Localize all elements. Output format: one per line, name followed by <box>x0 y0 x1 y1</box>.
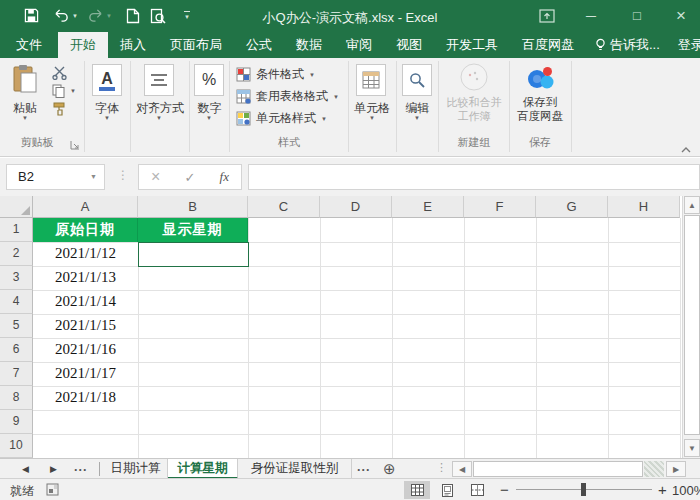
sheet-nav-left-icon[interactable]: ◀ <box>22 459 29 479</box>
row-header-7[interactable]: 7 <box>0 362 33 386</box>
scroll-up-icon[interactable]: ▲ <box>684 196 700 214</box>
paste-button[interactable] <box>12 64 38 98</box>
cut-icon[interactable] <box>52 66 69 84</box>
zoom-out-icon[interactable]: − <box>500 481 509 498</box>
column-header-F[interactable]: F <box>464 196 536 218</box>
column-header-E[interactable]: E <box>392 196 464 218</box>
cell-styles-button[interactable]: 单元格样式 ▼ <box>236 110 327 127</box>
column-header-C[interactable]: C <box>248 196 320 218</box>
clipboard-dialog-launcher-icon[interactable] <box>70 136 80 154</box>
cell-A6[interactable]: 2021/1/16 <box>33 338 138 362</box>
cell-A8[interactable]: 2021/1/18 <box>33 386 138 410</box>
hscroll-right-icon[interactable]: ▶ <box>666 461 686 477</box>
vertical-scrollbar[interactable]: ▲ ▼ <box>682 196 700 458</box>
tell-me-box[interactable]: 告诉我... <box>586 32 669 58</box>
cell-A2[interactable]: 2021/1/12 <box>33 242 138 266</box>
column-header-G[interactable]: G <box>536 196 608 218</box>
cancel-icon[interactable]: × <box>151 168 160 186</box>
formula-input[interactable] <box>248 164 700 190</box>
scroll-down-icon[interactable]: ▼ <box>684 439 700 457</box>
copy-icon[interactable] <box>52 84 66 102</box>
column-header-D[interactable]: D <box>320 196 392 218</box>
collapse-ribbon-icon[interactable] <box>680 140 692 158</box>
copy-dropdown-icon[interactable]: ▼ <box>70 88 76 94</box>
sign-in-link[interactable]: 登录 <box>669 32 700 58</box>
zoom-in-icon[interactable]: + <box>658 481 667 498</box>
row-header-4[interactable]: 4 <box>0 290 33 314</box>
cell-A4[interactable]: 2021/1/14 <box>33 290 138 314</box>
row-header-6[interactable]: 6 <box>0 338 33 362</box>
row-header-5[interactable]: 5 <box>0 314 33 338</box>
select-all-corner[interactable] <box>0 196 33 218</box>
hscroll-track[interactable] <box>644 461 664 477</box>
cell-A1[interactable]: 原始日期 <box>33 218 138 242</box>
sheet-tab-weekday-calc[interactable]: 计算星期 <box>168 459 238 479</box>
page-break-view-button[interactable] <box>464 481 490 499</box>
maximize-button[interactable]: □ <box>622 0 652 32</box>
tab-review[interactable]: 审阅 <box>334 32 384 58</box>
tab-page-layout[interactable]: 页面布局 <box>158 32 234 58</box>
tab-file[interactable]: 文件 <box>0 32 58 58</box>
baidu-save-label-line2[interactable]: 百度网盘 <box>510 109 570 124</box>
number-button[interactable]: % <box>194 64 224 96</box>
horizontal-scroll-thumb[interactable] <box>473 461 643 477</box>
cell-A7[interactable]: 2021/1/17 <box>33 362 138 386</box>
conditional-format-button[interactable]: 条件格式 ▼ <box>236 66 315 83</box>
row-header-1[interactable]: 1 <box>0 218 33 242</box>
row-header-2[interactable]: 2 <box>0 242 33 266</box>
zoom-level[interactable]: 100% <box>672 483 700 498</box>
page-layout-view-button[interactable] <box>434 481 460 499</box>
tab-insert[interactable]: 插入 <box>108 32 158 58</box>
normal-view-button[interactable] <box>404 481 430 499</box>
tab-developer[interactable]: 开发工具 <box>434 32 510 58</box>
macro-record-icon[interactable] <box>46 483 59 499</box>
row-header-3[interactable]: 3 <box>0 266 33 290</box>
column-header-H[interactable]: H <box>608 196 680 218</box>
row-header-9[interactable]: 9 <box>0 410 33 434</box>
minimize-button[interactable]: ─ <box>576 0 606 32</box>
vertical-scroll-thumb[interactable] <box>684 215 700 435</box>
cells-button[interactable] <box>356 64 386 96</box>
ribbon-display-options-icon[interactable] <box>532 0 562 32</box>
format-as-table-button[interactable]: 套用表格格式 ▼ <box>236 88 339 105</box>
cells-dropdown-icon[interactable]: ▼ <box>369 115 375 121</box>
close-button[interactable]: × <box>666 0 696 32</box>
row-header-10[interactable]: 10 <box>0 434 33 458</box>
format-painter-icon[interactable] <box>52 102 67 121</box>
baidu-save-label-line1[interactable]: 保存到 <box>510 95 570 110</box>
column-header-A[interactable]: A <box>33 196 138 218</box>
column-header-B[interactable]: B <box>138 196 248 218</box>
alignment-dropdown-icon[interactable]: ▼ <box>156 115 162 121</box>
tab-formulas[interactable]: 公式 <box>234 32 284 58</box>
sheet-nav-right-icon[interactable]: ▶ <box>50 459 57 479</box>
sheet-tab-date-calc[interactable]: 日期计算 <box>104 459 168 479</box>
tab-baidu-netdisk[interactable]: 百度网盘 <box>510 32 586 58</box>
formula-bar-splitter[interactable]: ⋮ <box>117 168 129 182</box>
cell-A5[interactable]: 2021/1/15 <box>33 314 138 338</box>
paste-dropdown-icon[interactable]: ▼ <box>22 115 28 121</box>
sheet-tab-id-gender[interactable]: 身份证提取性别 <box>238 459 352 479</box>
row-header-8[interactable]: 8 <box>0 386 33 410</box>
cell-B1[interactable]: 显示星期 <box>138 218 248 242</box>
editing-button[interactable] <box>402 64 432 96</box>
alignment-button[interactable] <box>144 64 174 96</box>
more-tabs-ellipsis[interactable]: ... <box>357 460 370 474</box>
editing-dropdown-icon[interactable]: ▼ <box>414 115 420 121</box>
font-button[interactable]: A <box>92 64 122 96</box>
baidu-netdisk-icon[interactable] <box>524 62 558 96</box>
name-box-dropdown-icon[interactable]: ▼ <box>90 165 97 189</box>
tab-home[interactable]: 开始 <box>58 32 108 58</box>
tab-view[interactable]: 视图 <box>384 32 434 58</box>
add-sheet-icon[interactable]: ⊕ <box>383 459 396 479</box>
tab-data[interactable]: 数据 <box>284 32 334 58</box>
font-dropdown-icon[interactable]: ▼ <box>104 115 110 121</box>
insert-function-icon[interactable]: fx <box>220 169 229 185</box>
hscroll-left-icon[interactable]: ◀ <box>452 461 472 477</box>
zoom-slider-thumb[interactable] <box>581 483 586 496</box>
name-box[interactable]: B2 ▼ <box>6 164 105 190</box>
cell-A3[interactable]: 2021/1/13 <box>33 266 138 290</box>
enter-icon[interactable]: ✓ <box>185 170 196 185</box>
number-dropdown-icon[interactable]: ▼ <box>206 115 212 121</box>
tabstrip-splitter[interactable]: ⋮ <box>436 461 447 474</box>
hidden-tabs-ellipsis[interactable]: ... <box>74 460 87 474</box>
